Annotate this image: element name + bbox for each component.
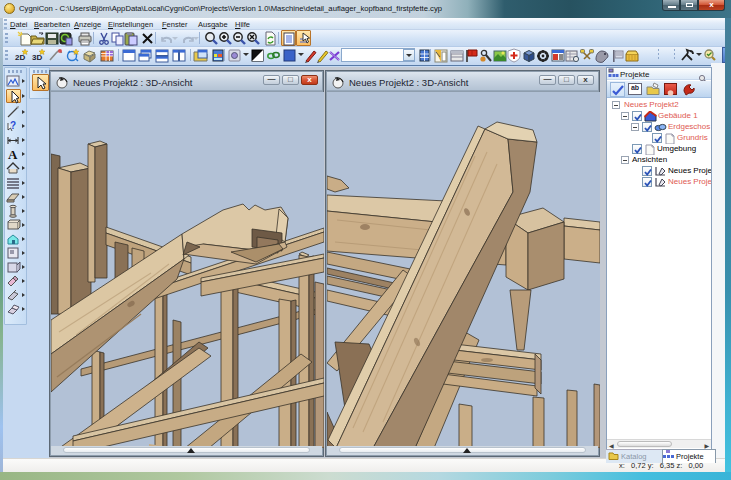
svg-text:A: A (8, 147, 18, 161)
svg-text:2D: 2D (15, 53, 25, 62)
svg-text:3D: 3D (32, 53, 42, 62)
